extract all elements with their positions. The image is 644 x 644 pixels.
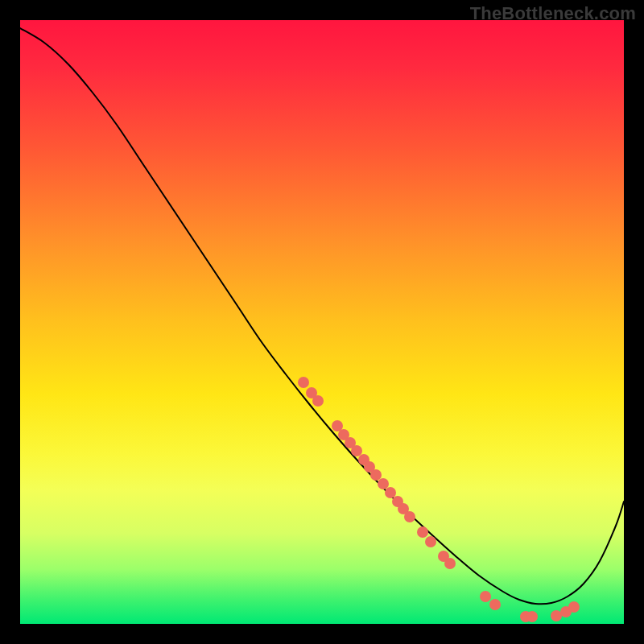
axis-mask-bottom	[0, 624, 644, 644]
axis-mask-left	[0, 0, 20, 644]
data-marker	[351, 445, 362, 456]
data-marker	[385, 487, 396, 498]
chart-stage: TheBottleneck.com	[0, 0, 644, 644]
data-marker	[551, 610, 562, 621]
data-marker	[425, 536, 436, 547]
data-marker	[489, 599, 501, 610]
curve-layer	[20, 20, 624, 624]
data-marker	[312, 395, 324, 407]
data-markers-group	[298, 377, 580, 622]
data-marker	[378, 478, 389, 489]
watermark-text: TheBottleneck.com	[470, 3, 636, 24]
data-marker	[568, 601, 580, 613]
bottleneck-curve	[20, 28, 624, 604]
data-marker	[480, 591, 491, 602]
data-marker	[370, 469, 382, 481]
plot-area	[20, 20, 624, 624]
data-marker	[404, 511, 415, 522]
data-marker	[444, 558, 456, 569]
data-marker	[526, 611, 538, 622]
data-marker	[417, 526, 428, 538]
axis-mask-right	[624, 0, 644, 644]
data-marker	[298, 377, 309, 388]
